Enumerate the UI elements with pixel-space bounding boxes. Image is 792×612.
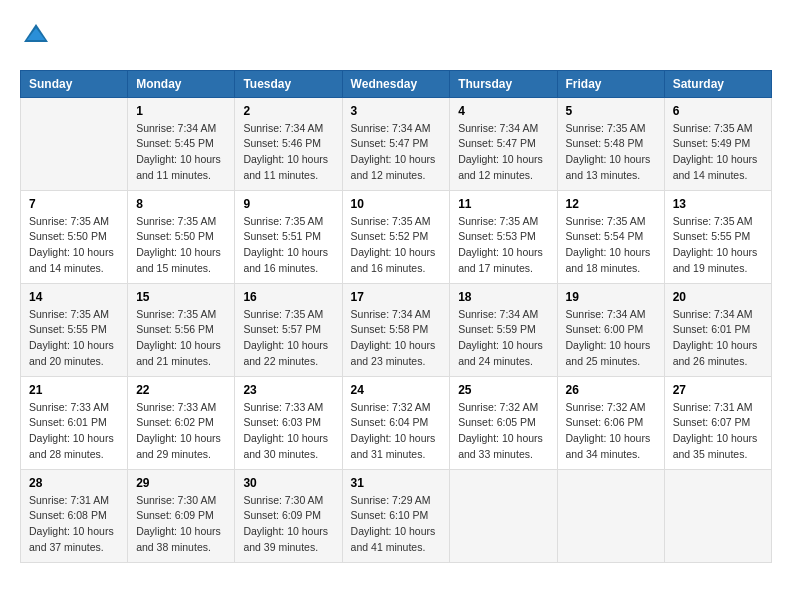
day-number: 7	[29, 197, 119, 211]
calendar-cell: 7Sunrise: 7:35 AMSunset: 5:50 PMDaylight…	[21, 190, 128, 283]
logo-icon	[22, 20, 50, 48]
day-number: 20	[673, 290, 763, 304]
day-number: 18	[458, 290, 548, 304]
day-number: 1	[136, 104, 226, 118]
day-info: Sunrise: 7:33 AMSunset: 6:01 PMDaylight:…	[29, 400, 119, 463]
day-info: Sunrise: 7:35 AMSunset: 5:54 PMDaylight:…	[566, 214, 656, 277]
day-info: Sunrise: 7:34 AMSunset: 5:58 PMDaylight:…	[351, 307, 442, 370]
day-info: Sunrise: 7:35 AMSunset: 5:48 PMDaylight:…	[566, 121, 656, 184]
day-number: 30	[243, 476, 333, 490]
day-number: 29	[136, 476, 226, 490]
calendar-cell: 25Sunrise: 7:32 AMSunset: 6:05 PMDayligh…	[450, 376, 557, 469]
day-number: 22	[136, 383, 226, 397]
day-info: Sunrise: 7:35 AMSunset: 5:49 PMDaylight:…	[673, 121, 763, 184]
calendar-cell: 28Sunrise: 7:31 AMSunset: 6:08 PMDayligh…	[21, 469, 128, 562]
day-info: Sunrise: 7:29 AMSunset: 6:10 PMDaylight:…	[351, 493, 442, 556]
day-info: Sunrise: 7:35 AMSunset: 5:50 PMDaylight:…	[29, 214, 119, 277]
calendar-cell: 21Sunrise: 7:33 AMSunset: 6:01 PMDayligh…	[21, 376, 128, 469]
page-header	[20, 20, 772, 54]
calendar-cell: 20Sunrise: 7:34 AMSunset: 6:01 PMDayligh…	[664, 283, 771, 376]
calendar-cell	[450, 469, 557, 562]
calendar-cell: 4Sunrise: 7:34 AMSunset: 5:47 PMDaylight…	[450, 97, 557, 190]
header-monday: Monday	[128, 70, 235, 97]
day-info: Sunrise: 7:35 AMSunset: 5:57 PMDaylight:…	[243, 307, 333, 370]
calendar-cell: 1Sunrise: 7:34 AMSunset: 5:45 PMDaylight…	[128, 97, 235, 190]
day-number: 31	[351, 476, 442, 490]
day-number: 6	[673, 104, 763, 118]
day-info: Sunrise: 7:34 AMSunset: 5:45 PMDaylight:…	[136, 121, 226, 184]
day-number: 26	[566, 383, 656, 397]
day-number: 4	[458, 104, 548, 118]
calendar-table: Sunday Monday Tuesday Wednesday Thursday…	[20, 70, 772, 563]
day-number: 11	[458, 197, 548, 211]
day-number: 25	[458, 383, 548, 397]
day-info: Sunrise: 7:32 AMSunset: 6:06 PMDaylight:…	[566, 400, 656, 463]
calendar-cell: 17Sunrise: 7:34 AMSunset: 5:58 PMDayligh…	[342, 283, 450, 376]
calendar-cell: 24Sunrise: 7:32 AMSunset: 6:04 PMDayligh…	[342, 376, 450, 469]
calendar-cell: 15Sunrise: 7:35 AMSunset: 5:56 PMDayligh…	[128, 283, 235, 376]
calendar-cell: 29Sunrise: 7:30 AMSunset: 6:09 PMDayligh…	[128, 469, 235, 562]
calendar-cell: 27Sunrise: 7:31 AMSunset: 6:07 PMDayligh…	[664, 376, 771, 469]
calendar-week-row: 1Sunrise: 7:34 AMSunset: 5:45 PMDaylight…	[21, 97, 772, 190]
day-info: Sunrise: 7:32 AMSunset: 6:05 PMDaylight:…	[458, 400, 548, 463]
header-saturday: Saturday	[664, 70, 771, 97]
day-number: 19	[566, 290, 656, 304]
calendar-cell: 2Sunrise: 7:34 AMSunset: 5:46 PMDaylight…	[235, 97, 342, 190]
day-number: 27	[673, 383, 763, 397]
day-info: Sunrise: 7:35 AMSunset: 5:51 PMDaylight:…	[243, 214, 333, 277]
calendar-cell	[664, 469, 771, 562]
calendar-cell: 30Sunrise: 7:30 AMSunset: 6:09 PMDayligh…	[235, 469, 342, 562]
calendar-cell: 3Sunrise: 7:34 AMSunset: 5:47 PMDaylight…	[342, 97, 450, 190]
calendar-cell: 26Sunrise: 7:32 AMSunset: 6:06 PMDayligh…	[557, 376, 664, 469]
header-friday: Friday	[557, 70, 664, 97]
day-number: 5	[566, 104, 656, 118]
day-number: 2	[243, 104, 333, 118]
calendar-week-row: 21Sunrise: 7:33 AMSunset: 6:01 PMDayligh…	[21, 376, 772, 469]
day-number: 24	[351, 383, 442, 397]
day-number: 21	[29, 383, 119, 397]
header-wednesday: Wednesday	[342, 70, 450, 97]
calendar-cell: 5Sunrise: 7:35 AMSunset: 5:48 PMDaylight…	[557, 97, 664, 190]
day-info: Sunrise: 7:31 AMSunset: 6:08 PMDaylight:…	[29, 493, 119, 556]
day-number: 9	[243, 197, 333, 211]
calendar-cell: 6Sunrise: 7:35 AMSunset: 5:49 PMDaylight…	[664, 97, 771, 190]
calendar-cell: 18Sunrise: 7:34 AMSunset: 5:59 PMDayligh…	[450, 283, 557, 376]
day-info: Sunrise: 7:35 AMSunset: 5:56 PMDaylight:…	[136, 307, 226, 370]
calendar-cell: 16Sunrise: 7:35 AMSunset: 5:57 PMDayligh…	[235, 283, 342, 376]
day-number: 16	[243, 290, 333, 304]
day-info: Sunrise: 7:30 AMSunset: 6:09 PMDaylight:…	[136, 493, 226, 556]
day-info: Sunrise: 7:35 AMSunset: 5:53 PMDaylight:…	[458, 214, 548, 277]
calendar-cell: 10Sunrise: 7:35 AMSunset: 5:52 PMDayligh…	[342, 190, 450, 283]
day-info: Sunrise: 7:35 AMSunset: 5:55 PMDaylight:…	[673, 214, 763, 277]
calendar-week-row: 28Sunrise: 7:31 AMSunset: 6:08 PMDayligh…	[21, 469, 772, 562]
day-info: Sunrise: 7:35 AMSunset: 5:52 PMDaylight:…	[351, 214, 442, 277]
calendar-week-row: 7Sunrise: 7:35 AMSunset: 5:50 PMDaylight…	[21, 190, 772, 283]
calendar-cell	[557, 469, 664, 562]
header-sunday: Sunday	[21, 70, 128, 97]
day-number: 13	[673, 197, 763, 211]
calendar-cell	[21, 97, 128, 190]
day-number: 23	[243, 383, 333, 397]
weekday-header-row: Sunday Monday Tuesday Wednesday Thursday…	[21, 70, 772, 97]
calendar-cell: 31Sunrise: 7:29 AMSunset: 6:10 PMDayligh…	[342, 469, 450, 562]
day-number: 3	[351, 104, 442, 118]
day-info: Sunrise: 7:34 AMSunset: 6:00 PMDaylight:…	[566, 307, 656, 370]
calendar-week-row: 14Sunrise: 7:35 AMSunset: 5:55 PMDayligh…	[21, 283, 772, 376]
day-info: Sunrise: 7:34 AMSunset: 5:59 PMDaylight:…	[458, 307, 548, 370]
day-info: Sunrise: 7:32 AMSunset: 6:04 PMDaylight:…	[351, 400, 442, 463]
day-info: Sunrise: 7:33 AMSunset: 6:03 PMDaylight:…	[243, 400, 333, 463]
day-info: Sunrise: 7:35 AMSunset: 5:55 PMDaylight:…	[29, 307, 119, 370]
calendar-cell: 14Sunrise: 7:35 AMSunset: 5:55 PMDayligh…	[21, 283, 128, 376]
calendar-cell: 8Sunrise: 7:35 AMSunset: 5:50 PMDaylight…	[128, 190, 235, 283]
day-number: 10	[351, 197, 442, 211]
day-number: 14	[29, 290, 119, 304]
header-tuesday: Tuesday	[235, 70, 342, 97]
day-number: 15	[136, 290, 226, 304]
day-info: Sunrise: 7:34 AMSunset: 6:01 PMDaylight:…	[673, 307, 763, 370]
calendar-cell: 11Sunrise: 7:35 AMSunset: 5:53 PMDayligh…	[450, 190, 557, 283]
header-thursday: Thursday	[450, 70, 557, 97]
calendar-cell: 19Sunrise: 7:34 AMSunset: 6:00 PMDayligh…	[557, 283, 664, 376]
calendar-cell: 23Sunrise: 7:33 AMSunset: 6:03 PMDayligh…	[235, 376, 342, 469]
day-number: 8	[136, 197, 226, 211]
logo	[20, 20, 50, 54]
